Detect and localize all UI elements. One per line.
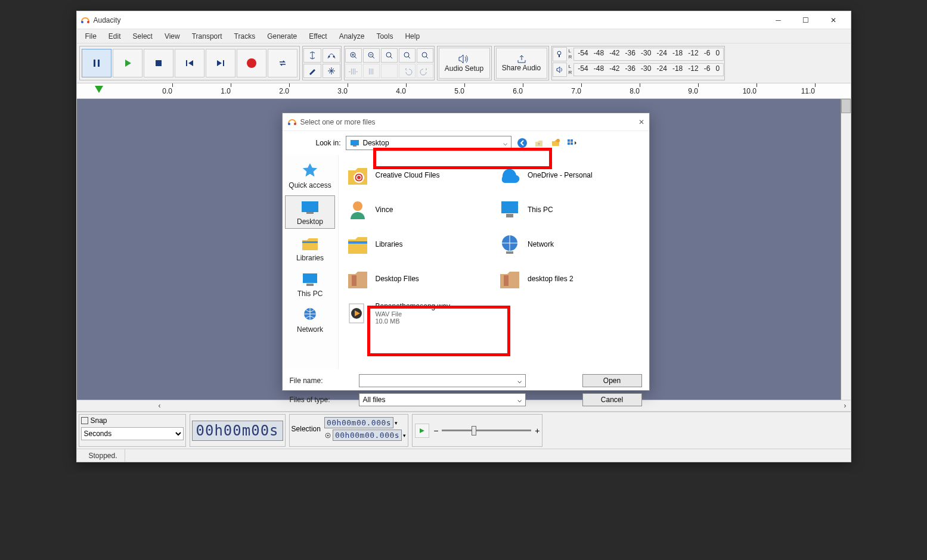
audio-setup-label: Audio Setup xyxy=(445,64,483,73)
view-menu-button[interactable] xyxy=(566,137,578,149)
pause-button[interactable] xyxy=(82,49,111,77)
file-item[interactable]: Libraries xyxy=(345,228,491,261)
play-meter[interactable]: -54-48-42-36-30-24-18-12-60 xyxy=(573,63,724,76)
svg-rect-37 xyxy=(501,201,518,213)
vertical-scrollbar[interactable] xyxy=(841,99,851,400)
selection-end[interactable]: 00h00m00.000s xyxy=(333,430,402,441)
scroll-right-button[interactable]: › xyxy=(840,400,851,411)
menu-file[interactable]: File xyxy=(79,30,103,42)
file-list[interactable]: Creative Cloud Files OneDrive - Personal… xyxy=(339,155,649,369)
file-item[interactable]: Network xyxy=(497,228,643,261)
record-meter-icon[interactable] xyxy=(553,47,567,61)
selection-tool[interactable] xyxy=(303,48,321,63)
stop-button[interactable] xyxy=(144,49,173,77)
lookin-label: Look in: xyxy=(316,139,341,147)
skip-end-button[interactable] xyxy=(206,49,235,77)
draw-tool[interactable] xyxy=(303,64,321,78)
menu-tracks[interactable]: Tracks xyxy=(228,30,262,42)
snap-unit-select[interactable]: Seconds xyxy=(81,427,184,440)
svg-rect-31 xyxy=(303,273,317,283)
title-bar: Audacity ─ ☐ ✕ xyxy=(77,11,851,29)
filetype-dropdown[interactable]: All files⌵ xyxy=(359,393,526,406)
cancel-button[interactable]: Cancel xyxy=(582,393,642,406)
filename-input[interactable]: ⌵ xyxy=(359,374,526,387)
place-this-pc[interactable]: This PC xyxy=(285,268,335,300)
play-at-speed-button[interactable] xyxy=(415,424,429,438)
record-meter[interactable]: -54-48-42-36-30-24-18-12-60 xyxy=(573,48,724,61)
lr-label: LR xyxy=(569,48,572,60)
selection-start[interactable]: 00h00m00.000s xyxy=(324,417,393,428)
scroll-left-button[interactable]: ‹ xyxy=(154,400,165,411)
place-desktop[interactable]: Desktop xyxy=(285,195,335,229)
play-button[interactable] xyxy=(113,49,142,77)
record-button[interactable] xyxy=(237,49,266,77)
zoom-toggle-button[interactable] xyxy=(417,48,433,63)
menu-view[interactable]: View xyxy=(159,30,186,42)
menu-edit[interactable]: Edit xyxy=(103,30,127,42)
svg-point-14 xyxy=(557,51,561,55)
fit-selection-button[interactable] xyxy=(381,48,398,63)
loop-button[interactable] xyxy=(268,49,297,77)
svg-rect-3 xyxy=(98,60,100,67)
audio-setup-button[interactable]: Audio Setup xyxy=(439,48,490,79)
trim-button[interactable]: -|||- xyxy=(345,64,362,78)
dialog-titlebar: Select one or more files ✕ xyxy=(283,113,649,131)
fit-project-button[interactable] xyxy=(399,48,416,63)
svg-rect-28 xyxy=(302,201,318,212)
open-button[interactable]: Open xyxy=(582,374,642,387)
place-libraries[interactable]: Libraries xyxy=(285,232,335,265)
menu-select[interactable]: Select xyxy=(127,30,159,42)
zoom-out-button[interactable] xyxy=(363,48,380,63)
share-audio-button[interactable]: Share Audio xyxy=(496,48,547,79)
menu-transport[interactable]: Transport xyxy=(186,30,228,42)
menu-generate[interactable]: Generate xyxy=(261,30,303,42)
menu-analyze[interactable]: Analyze xyxy=(333,30,371,42)
spacer xyxy=(381,64,398,78)
share-icon xyxy=(516,54,527,64)
svg-rect-20 xyxy=(351,140,359,145)
snap-checkbox[interactable]: Snap xyxy=(81,416,184,425)
multi-tool[interactable] xyxy=(323,64,340,78)
dialog-close-button[interactable]: ✕ xyxy=(638,118,644,126)
svg-rect-15 xyxy=(559,55,560,57)
place-quick-access[interactable]: Quick access xyxy=(285,160,335,192)
gear-icon[interactable] xyxy=(324,432,331,439)
file-item[interactable]: Desktop FIles xyxy=(345,262,491,295)
menu-help[interactable]: Help xyxy=(399,30,426,42)
play-meter-icon[interactable] xyxy=(553,63,567,77)
svg-rect-42 xyxy=(352,275,356,286)
time-panel: 00h00m00s xyxy=(190,414,286,447)
new-folder-button[interactable] xyxy=(550,137,562,149)
snap-panel: Snap Seconds xyxy=(79,414,186,447)
skip-start-button[interactable] xyxy=(175,49,204,77)
redo-button[interactable] xyxy=(417,64,433,78)
menu-tools[interactable]: Tools xyxy=(370,30,399,42)
file-item[interactable]: Creative Cloud Files xyxy=(345,158,491,192)
back-button[interactable] xyxy=(516,137,528,149)
up-button[interactable] xyxy=(533,137,545,149)
menu-effect[interactable]: Effect xyxy=(303,30,333,42)
app-logo-icon xyxy=(287,117,297,127)
undo-button[interactable] xyxy=(399,64,416,78)
file-item-wav[interactable]: Bananathemesong.wavWAV File10.0 MB xyxy=(345,297,491,330)
envelope-tool[interactable] xyxy=(323,48,340,63)
silence-button[interactable]: ||| xyxy=(363,64,380,78)
file-item[interactable]: desktop files 2 xyxy=(497,262,643,295)
close-button[interactable]: ✕ xyxy=(820,11,847,29)
place-network[interactable]: Network xyxy=(285,304,335,336)
window-title: Audacity xyxy=(94,16,765,24)
file-item[interactable]: This PC xyxy=(497,193,643,226)
zoom-in-button[interactable] xyxy=(345,48,362,63)
minimize-button[interactable]: ─ xyxy=(765,11,792,29)
lookin-value: Desktop xyxy=(363,139,389,147)
speed-slider[interactable] xyxy=(442,430,531,431)
lookin-dropdown[interactable]: Desktop ⌵ xyxy=(346,136,511,150)
timeline-ruler[interactable]: 0.0 1.0 2.0 3.0 4.0 5.0 6.0 7.0 8.0 9.0 … xyxy=(77,83,851,99)
maximize-button[interactable]: ☐ xyxy=(792,11,820,29)
file-item[interactable]: Vince xyxy=(345,193,491,226)
file-item[interactable]: OneDrive - Personal xyxy=(497,158,643,192)
svg-point-7 xyxy=(328,56,330,58)
time-display[interactable]: 00h00m00s xyxy=(192,421,283,441)
svg-rect-39 xyxy=(348,241,367,244)
svg-point-22 xyxy=(517,138,527,148)
